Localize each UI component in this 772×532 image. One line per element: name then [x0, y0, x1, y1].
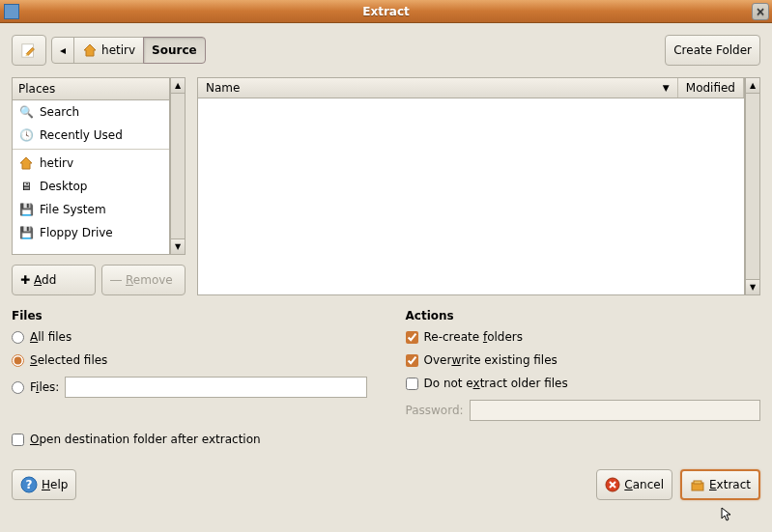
plus-icon: ✚	[20, 273, 30, 287]
edit-path-button[interactable]	[12, 35, 46, 66]
create-folder-button[interactable]: Create Folder	[665, 35, 760, 66]
path-home-label: hetirv	[101, 43, 135, 57]
file-list[interactable]	[197, 98, 745, 295]
floppy-icon	[18, 225, 34, 240]
password-input	[470, 400, 760, 421]
path-home-button[interactable]: hetirv	[73, 37, 144, 64]
place-label: Recently Used	[40, 128, 123, 142]
drive-icon	[18, 202, 34, 217]
places-header[interactable]: Places	[12, 77, 170, 100]
svg-rect-5	[694, 481, 701, 484]
desktop-icon	[18, 179, 34, 194]
check-overwrite[interactable]	[406, 354, 418, 367]
password-label: Password:	[406, 404, 464, 417]
chevron-left-icon: ◂	[60, 43, 66, 57]
radio-all-files-label[interactable]: All files	[30, 330, 71, 344]
scroll-down-icon[interactable]: ▼	[171, 238, 185, 254]
radio-selected-files-label[interactable]: Selected files	[30, 353, 107, 367]
window-title: Extract	[0, 5, 772, 18]
close-button[interactable]: ×	[752, 3, 769, 20]
check-open-dest[interactable]	[12, 434, 24, 446]
places-list: Search Recently Used hetirv	[12, 100, 170, 255]
scroll-up-icon[interactable]: ▲	[171, 78, 185, 94]
place-item-desktop[interactable]: Desktop	[13, 175, 169, 198]
cancel-button[interactable]: Cancel	[596, 469, 672, 500]
scroll-down-icon[interactable]: ▼	[746, 279, 759, 294]
path-current-button[interactable]: Source	[143, 37, 206, 64]
scroll-up-icon[interactable]: ▲	[746, 78, 759, 94]
place-item-floppy[interactable]: Floppy Drive	[13, 221, 169, 244]
check-noolder-label[interactable]: Do not extract older files	[424, 377, 568, 390]
places-scrollbar[interactable]: ▲ ▼	[170, 77, 186, 255]
search-icon	[18, 104, 34, 120]
radio-selected-files[interactable]	[12, 354, 24, 367]
add-place-button[interactable]: ✚ Add	[12, 265, 96, 295]
column-header-modified[interactable]: Modified	[678, 78, 744, 98]
check-recreate-label[interactable]: Re-create folders	[424, 330, 524, 344]
extract-button[interactable]: Extract	[680, 469, 760, 500]
minus-icon: ―	[110, 273, 122, 287]
svg-text:?: ?	[26, 478, 33, 491]
remove-place-button: ― Remove	[101, 265, 186, 295]
check-overwrite-label[interactable]: Overwrite existing files	[424, 353, 558, 367]
place-item-recent[interactable]: Recently Used	[13, 124, 169, 147]
close-icon: ×	[756, 5, 765, 18]
place-label: Desktop	[40, 180, 88, 193]
radio-pattern-files[interactable]	[12, 381, 24, 394]
titlebar: Extract ×	[0, 0, 772, 23]
help-icon: ?	[20, 476, 38, 493]
file-scrollbar[interactable]: ▲ ▼	[745, 77, 760, 295]
pattern-input[interactable]	[65, 377, 366, 398]
check-open-dest-label[interactable]: Open destination folder after extraction	[30, 433, 261, 446]
check-noolder[interactable]	[406, 378, 418, 390]
recent-icon	[18, 127, 34, 143]
place-label: hetirv	[40, 156, 73, 170]
sort-desc-icon: ▼	[663, 83, 670, 93]
path-back-button[interactable]: ◂	[51, 37, 74, 64]
actions-section-title: Actions	[406, 309, 761, 322]
place-item-search[interactable]: Search	[13, 100, 169, 124]
check-recreate[interactable]	[406, 331, 418, 344]
place-item-filesystem[interactable]: File System	[13, 198, 169, 221]
home-icon	[18, 155, 34, 171]
cancel-icon	[605, 477, 620, 492]
home-icon	[82, 42, 98, 58]
place-label: Search	[40, 105, 79, 119]
radio-pattern-label[interactable]: Files:	[30, 380, 59, 394]
radio-all-files[interactable]	[12, 331, 24, 344]
path-current-label: Source	[152, 43, 197, 57]
help-button[interactable]: ? Help	[12, 469, 76, 500]
extract-icon	[690, 477, 705, 492]
column-header-name[interactable]: Name ▼	[198, 78, 678, 98]
place-label: Floppy Drive	[40, 226, 113, 239]
place-item-home[interactable]: hetirv	[13, 152, 169, 175]
pencil-icon	[20, 41, 38, 60]
place-label: File System	[40, 203, 106, 216]
files-section-title: Files	[12, 309, 367, 322]
